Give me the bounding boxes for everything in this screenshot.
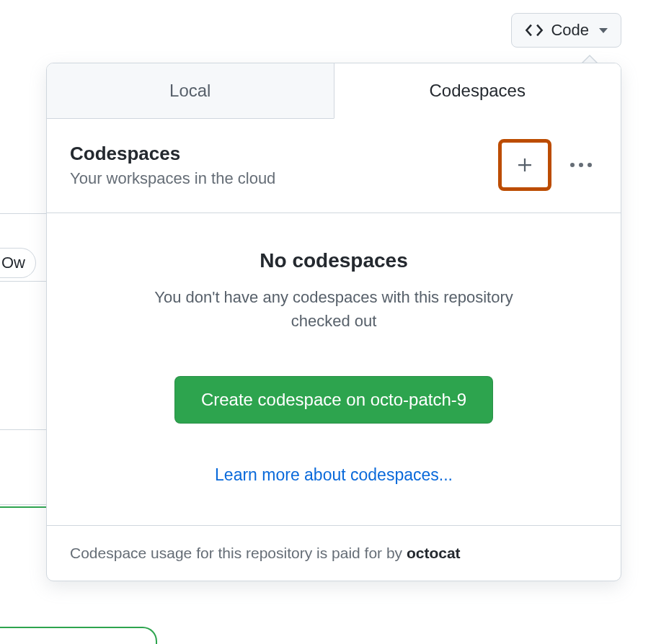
- background-accent: [0, 506, 46, 508]
- tab-local[interactable]: Local: [47, 63, 334, 118]
- empty-message: You don't have any codespaces with this …: [146, 285, 521, 333]
- tab-codespaces[interactable]: Codespaces: [334, 63, 621, 119]
- codespaces-title: Codespaces: [70, 143, 275, 165]
- tabs: Local Codespaces: [47, 63, 621, 119]
- footer-owner: octocat: [407, 545, 461, 561]
- code-button[interactable]: Code: [511, 13, 621, 48]
- codespaces-header-actions: [498, 139, 598, 191]
- background-accent-pill: [0, 627, 157, 644]
- background-pill: Ow: [0, 248, 36, 278]
- codespaces-subtitle: Your workspaces in the cloud: [70, 169, 275, 188]
- kebab-dot-icon: [588, 163, 592, 167]
- code-popover: Local Codespaces Codespaces Your workspa…: [46, 63, 621, 581]
- codespaces-footer: Codespace usage for this repository is p…: [47, 526, 621, 581]
- learn-more-link[interactable]: Learn more about codespaces...: [215, 465, 453, 485]
- empty-title: No codespaces: [70, 249, 598, 272]
- background-divider: [0, 429, 46, 430]
- codespace-options-button[interactable]: [564, 157, 598, 173]
- code-icon: [525, 21, 544, 40]
- background-divider: [0, 504, 46, 505]
- background-divider: [0, 213, 46, 214]
- create-codespace-on-branch-button[interactable]: Create codespace on octo-patch-9: [174, 376, 493, 424]
- caret-down-icon: [599, 28, 608, 33]
- code-button-label: Code: [551, 21, 589, 40]
- create-codespace-button[interactable]: [498, 139, 551, 191]
- kebab-dot-icon: [570, 163, 575, 167]
- codespaces-header-text: Codespaces Your workspaces in the cloud: [70, 143, 275, 188]
- codespaces-header: Codespaces Your workspaces in the cloud: [47, 119, 621, 213]
- kebab-dot-icon: [579, 163, 583, 167]
- background-divider: [0, 281, 46, 282]
- codespaces-empty-state: No codespaces You don't have any codespa…: [47, 213, 621, 526]
- plus-icon: [516, 156, 533, 174]
- footer-text: Codespace usage for this repository is p…: [70, 545, 407, 561]
